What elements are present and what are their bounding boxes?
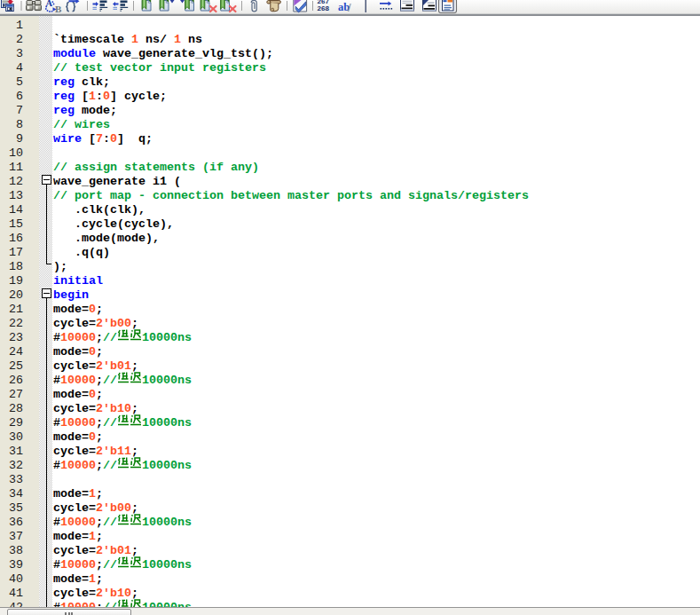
svg-text:/: / <box>348 1 351 14</box>
svg-text:B: B <box>55 4 62 14</box>
svg-text:268: 268 <box>318 4 330 12</box>
